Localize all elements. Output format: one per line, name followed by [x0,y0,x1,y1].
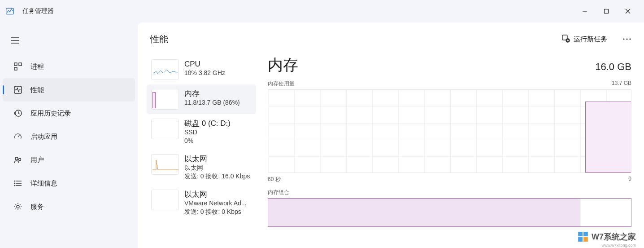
perf-item-sub2: 发送: 0 接收: 16.0 Kbps [184,172,250,181]
nav-performance[interactable]: 性能 [3,78,135,102]
nav-processes[interactable]: 进程 [3,55,135,78]
history-icon [13,109,23,117]
memory-usage-chart [268,89,631,173]
perf-item-sub2: 0% [184,137,231,145]
perf-item-sub2: 发送: 0 接收: 0 Kbps [184,208,247,216]
perf-item-sub: 11.8/13.7 GB (86%) [184,98,240,107]
disk-thumb [151,119,179,139]
svg-point-20 [14,183,15,183]
usage-label: 内存使用量 [268,80,295,88]
ethernet-thumb [151,190,179,210]
nav-label: 性能 [30,86,44,94]
page-header: 性能 运行新任务 [138,22,644,49]
watermark-url: www.w7xitong.com [601,243,636,248]
axis-right: 0 [628,176,631,183]
svg-point-21 [14,185,15,186]
nav-users[interactable]: 用户 [3,148,135,172]
nav-label: 启动应用 [30,133,57,141]
app-icon [5,7,14,16]
svg-rect-33 [583,237,588,242]
pulse-icon [13,86,23,94]
hamburger-button[interactable] [4,31,26,49]
svg-rect-10 [14,67,17,70]
memory-composition-bar [268,198,631,227]
page-title: 性能 [150,33,168,45]
detail-panel: 内存 16.0 GB 内存使用量 13.7 GB 60 秒 0 内存组合 [260,49,644,248]
nav-label: 详细信息 [30,179,57,188]
perf-item-sub: SSD [184,128,231,137]
users-icon [13,156,23,164]
perf-item-ethernet-2[interactable]: 以太网 VMware Network Ad... 发送: 0 接收: 0 Kbp… [147,185,256,221]
nav-app-history[interactable]: 应用历史记录 [3,102,135,125]
performance-list: CPU 10% 3.82 GHz 内存 11.8/13.7 GB (86%) 磁… [138,49,260,248]
perf-item-memory[interactable]: 内存 11.8/13.7 GB (86%) [147,84,256,114]
detail-title: 内存 [268,55,298,75]
sidebar: 进程 性能 应用历史记录 启动应用 用户 详细信息 服务 [0,22,138,248]
titlebar: 任务管理器 [0,0,644,22]
svg-line-13 [18,135,20,137]
svg-point-14 [15,157,18,160]
perf-item-sub: 以太网 [184,164,250,172]
window-controls [574,2,639,20]
perf-item-name: 内存 [184,89,240,98]
svg-point-22 [17,205,19,208]
perf-item-name: 磁盘 0 (C: D:) [184,119,231,128]
detail-total: 16.0 GB [595,61,631,73]
gear-icon [13,203,23,211]
list-icon [13,179,23,187]
content-panel: 性能 运行新任务 CPU 10% 3.82 GHz [138,22,644,248]
svg-point-27 [623,38,624,40]
ethernet-thumb [151,154,179,175]
cpu-thumb [151,59,179,80]
more-button[interactable] [617,31,637,48]
nav-details[interactable]: 详细信息 [3,172,135,195]
run-task-label: 运行新任务 [574,35,607,44]
perf-item-ethernet-1[interactable]: 以太网 以太网 发送: 0 接收: 16.0 Kbps [147,150,256,185]
perf-item-name: CPU [184,59,225,69]
svg-rect-8 [14,63,17,66]
svg-rect-0 [6,8,14,14]
composition-label: 内存组合 [268,189,631,196]
memory-thumb [151,89,179,110]
chart-fill [585,102,631,173]
nav-services[interactable]: 服务 [3,195,135,218]
nav-label: 应用历史记录 [30,109,71,118]
watermark-logo [577,231,589,243]
svg-point-15 [19,159,21,161]
gauge-icon [13,133,23,141]
close-button[interactable] [617,2,639,20]
grid-icon [13,62,23,71]
svg-rect-32 [578,237,583,242]
perf-item-cpu[interactable]: CPU 10% 3.82 GHz [147,55,256,84]
maximize-button[interactable] [596,2,617,20]
perf-item-name: 以太网 [184,154,250,164]
perf-item-name: 以太网 [184,190,247,199]
nav-startup[interactable]: 启动应用 [3,125,135,148]
svg-rect-30 [578,232,583,236]
watermark-text: W7系统之家 [592,231,636,242]
svg-point-29 [629,38,631,40]
app-title: 任务管理器 [22,7,54,15]
watermark: W7系统之家 www.w7xitong.com [577,231,636,243]
svg-rect-31 [583,232,588,236]
run-task-icon [562,35,570,44]
svg-rect-2 [605,9,609,13]
perf-item-disk[interactable]: 磁盘 0 (C: D:) SSD 0% [147,114,256,150]
usage-max: 13.7 GB [612,80,631,88]
minimize-button[interactable] [574,2,596,20]
svg-point-28 [626,38,627,40]
perf-item-sub: 10% 3.82 GHz [184,69,225,77]
nav-label: 用户 [30,156,44,164]
nav-label: 服务 [30,203,44,211]
perf-item-sub: VMware Network Ad... [184,199,247,208]
run-task-button[interactable]: 运行新任务 [556,31,614,48]
axis-left: 60 秒 [268,176,281,183]
composition-segment [268,199,580,226]
svg-rect-9 [19,63,22,66]
svg-point-19 [14,181,15,181]
nav-label: 进程 [30,62,44,71]
